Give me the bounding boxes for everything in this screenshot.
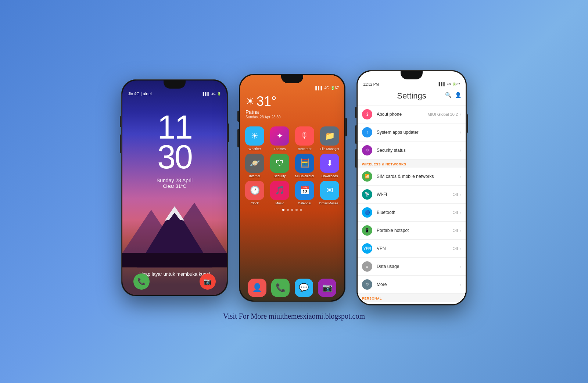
data-usage-icon: ≡ [362, 261, 372, 272]
app-recorder[interactable]: 🎙 Recorder [294, 126, 316, 151]
vol-down-button-3b[interactable] [355, 149, 356, 168]
sim-chevron: › [460, 174, 461, 179]
display-item[interactable]: 🖥 Display › [358, 302, 466, 304]
power-button[interactable] [228, 124, 229, 142]
hotspot-chevron: › [460, 228, 461, 233]
vpn-icon: VPN [362, 243, 372, 254]
network-type: 4G [211, 92, 216, 96]
vol-down-button-2[interactable] [237, 129, 239, 147]
dot-5[interactable] [300, 209, 302, 211]
footer-text: Visit For More miuithemesxiaomi.blogspot… [223, 312, 365, 321]
network-2: 4G [325, 86, 329, 90]
weather-icon: ☀ [245, 95, 255, 107]
bluetooth-value: Off [453, 210, 458, 215]
recorder-app-icon: 🎙 [295, 126, 314, 146]
wireless-section-header: WIRELESS & NETWORKS [358, 160, 466, 168]
notch-2 [281, 75, 303, 83]
dock: 👤 📞 💬 📷 [240, 277, 344, 299]
time-hour: 11 [122, 112, 227, 142]
status-icons-2: ▌▌▌ 4G 🔋67 [315, 86, 339, 90]
data-usage-label: Data usage [377, 264, 460, 269]
vol-down-button[interactable] [120, 135, 121, 153]
app-security[interactable]: 🛡 Security [269, 154, 291, 178]
internet-label: Internet [249, 174, 261, 178]
app-downloads[interactable]: ⬇ Downloads [319, 154, 341, 178]
dot-3[interactable] [291, 209, 293, 211]
system-updater-item[interactable]: ↑ System apps updater › [358, 124, 466, 142]
search-icon[interactable]: 🔍 [445, 92, 451, 98]
phones-container: Jio 4G | airtel ▌▌▌ 4G 🔋 11 30 Sunday 28… [121, 70, 467, 305]
vol-up-button-2[interactable] [237, 111, 239, 122]
phone-button[interactable]: 📞 [133, 273, 150, 290]
vpn-item[interactable]: VPN VPN Off › [358, 240, 466, 258]
email-app-icon: ✉ [320, 181, 339, 200]
more-item[interactable]: ⚙ More › [358, 276, 466, 294]
wifi-icon: 📡 [362, 189, 372, 200]
weather-label: Weather [248, 147, 261, 151]
about-phone-item[interactable]: ℹ About phone MIUI Global 10.2 › [358, 105, 466, 124]
power-button-3[interactable] [467, 114, 468, 133]
phone2-screen: ▌▌▌ 4G 🔋67 ☀ 31° Patna Sunday, 28 Apr 23… [240, 75, 344, 301]
app-themes[interactable]: ✦ Themes [269, 126, 291, 151]
camera-icon: 📷 [204, 278, 212, 286]
updater-icon: ↑ [362, 127, 372, 137]
app-calculator[interactable]: 🧮 Mi Calculator [294, 154, 316, 178]
about-value: MIUI Global 10.2 [427, 112, 458, 117]
app-calendar[interactable]: 📅 Calendar [294, 181, 316, 205]
app-email[interactable]: ✉ Email Messe.. [319, 181, 341, 205]
app-clock[interactable]: 🕐 Clock [244, 181, 266, 205]
dock-phone[interactable]: 📞 [271, 279, 290, 297]
phone2: ▌▌▌ 4G 🔋67 ☀ 31° Patna Sunday, 28 Apr 23… [239, 74, 345, 302]
dock-messages[interactable]: 💬 [295, 279, 313, 297]
signal-2: ▌▌▌ [315, 86, 323, 90]
sim-item[interactable]: 📶 SIM cards & mobile networks › [358, 168, 466, 186]
bluetooth-icon: 🔵 [362, 207, 372, 218]
carrier-label: Jio 4G | airtel [128, 92, 152, 96]
camera-button[interactable]: 📷 [200, 273, 216, 290]
vol-up-button[interactable] [120, 116, 121, 127]
bluetooth-chevron: › [460, 210, 461, 215]
clock-app-icon: 🕐 [245, 181, 264, 200]
network-3: 4G [447, 82, 451, 86]
filemanager-app-icon: 📁 [320, 126, 339, 146]
dot-4[interactable] [295, 209, 298, 211]
bluetooth-item[interactable]: 🔵 Bluetooth Off › [358, 204, 466, 222]
data-usage-chevron: › [460, 264, 461, 269]
app-internet[interactable]: 🪐 Internet [244, 154, 266, 178]
updater-chevron: › [460, 130, 461, 135]
wifi-item[interactable]: 📡 Wi-Fi Off › [358, 186, 466, 204]
wifi-chevron: › [460, 192, 461, 197]
notch [164, 80, 186, 89]
weather-widget: ☀ 31° Patna Sunday, 28 Apr 23:30 [240, 92, 344, 121]
weather-app-icon: ☀ [245, 126, 264, 146]
security-status-item[interactable]: ⚙ Security status › [358, 142, 466, 160]
more-chevron: › [460, 282, 461, 287]
app-grid: ☀ Weather ✦ Themes 🎙 Recorder 📁 [240, 121, 344, 207]
updater-label: System apps updater [377, 130, 460, 135]
phone1-screen: Jio 4G | airtel ▌▌▌ 4G 🔋 11 30 Sunday 28… [122, 80, 227, 295]
dock-contacts[interactable]: 👤 [248, 279, 266, 297]
dot-1[interactable] [282, 209, 284, 211]
dock-camera[interactable]: 📷 [318, 279, 336, 297]
data-usage-item[interactable]: ≡ Data usage › [358, 258, 466, 276]
hotspot-item[interactable]: 📱 Portable hotspot Off › [358, 222, 466, 240]
music-app-icon: 🎵 [270, 181, 289, 200]
account-icon[interactable]: 👤 [455, 92, 461, 98]
battery-3: 🔋67 [452, 82, 460, 86]
app-weather[interactable]: ☀ Weather [244, 126, 266, 151]
app-music[interactable]: 🎵 Music [269, 181, 291, 205]
phone3: 11:32 PM ▌▌▌ 4G 🔋67 Settings 🔍 👤 [356, 70, 467, 305]
email-label: Email Messe.. [319, 201, 340, 205]
sim-label: SIM cards & mobile networks [377, 174, 460, 179]
phone3-wrapper: 11:32 PM ▌▌▌ 4G 🔋67 Settings 🔍 👤 [356, 70, 467, 305]
page-dots [240, 207, 344, 213]
vol-up-button-3[interactable] [355, 107, 356, 118]
security-label: Security [274, 174, 286, 178]
city: Patna [245, 109, 339, 115]
app-filemanager[interactable]: 📁 File Manager [319, 126, 341, 151]
signal-icon: ▌▌▌ [203, 92, 210, 96]
vol-down-button-3[interactable] [355, 125, 356, 144]
security-status-icon: ⚙ [362, 145, 372, 155]
dot-2[interactable] [287, 209, 289, 211]
power-button-2[interactable] [345, 118, 347, 136]
